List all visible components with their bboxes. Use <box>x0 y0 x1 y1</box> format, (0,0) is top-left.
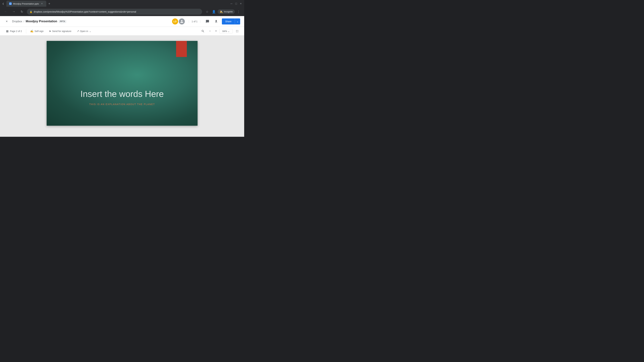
file-type-badge: PPTX <box>58 20 66 23</box>
slide-main-title: Insert the words Here <box>46 89 198 99</box>
slide-background <box>46 41 198 126</box>
tab-list: Moodjoy Presentation.pptx × + <box>6 1 228 7</box>
main-content: Insert the words Here THIS IS AN EXPLANA… <box>0 35 244 137</box>
new-tab-button[interactable]: + <box>47 1 52 6</box>
zoom-display[interactable]: 84% ⌄ <box>219 29 233 33</box>
zoom-in-button[interactable]: + <box>213 28 219 34</box>
breadcrumb-home[interactable]: Dropbox <box>12 20 22 23</box>
user-avatars: LD <box>172 18 185 24</box>
tab-close-button[interactable]: × <box>40 2 44 5</box>
avatar-ld[interactable]: LD <box>172 18 178 24</box>
share-button-group: Share ⌄ <box>222 18 240 24</box>
incognito-badge[interactable]: 🕵 Incognito <box>218 9 235 14</box>
open-in-label: Open in <box>80 30 88 32</box>
open-in-chevron-icon: ⌄ <box>89 30 91 32</box>
tab-group-arrow[interactable]: ❮ <box>1 2 5 5</box>
file-title: Moodjoy Presentation <box>26 19 57 23</box>
forward-button[interactable]: → <box>11 9 17 15</box>
incognito-label: Incognito <box>224 10 233 13</box>
send-signature-label: Send for signature <box>52 30 71 32</box>
back-button[interactable]: ← <box>3 9 9 15</box>
slide-subtitle: THIS IS AN EXPLANATION ABOUT THE PLANET <box>46 103 198 106</box>
self-sign-label: Self-sign <box>34 30 44 32</box>
zoom-out-button[interactable]: − <box>207 28 213 34</box>
active-tab[interactable]: Moodjoy Presentation.pptx × <box>6 1 46 7</box>
maximize-button[interactable]: □ <box>234 2 238 6</box>
page-panel-icon: ▩ <box>6 29 8 33</box>
breadcrumb: Dropbox / Moodjoy Presentation PPTX <box>12 19 66 23</box>
download-button[interactable] <box>213 18 219 24</box>
zoom-control: − + 84% ⌄ <box>207 28 233 34</box>
reload-button[interactable]: ↻ <box>19 9 25 15</box>
toolbar: ▩ Page 2 of 2 ✍ Self-sign ➤ Send for sig… <box>0 27 244 35</box>
toolbar-separator-1 <box>26 29 26 33</box>
lock-icon: 🔒 <box>30 10 32 13</box>
url-bar[interactable]: 🔒 dropbox.com/preview/Moodjoy%20Presenta… <box>27 9 202 15</box>
zoom-chevron-icon: ⌄ <box>228 30 230 32</box>
incognito-icon: 🕵 <box>220 10 223 13</box>
page-nav[interactable]: ▩ Page 2 of 2 <box>4 28 24 34</box>
self-sign-button[interactable]: ✍ Self-sign <box>28 28 46 34</box>
avatar-2[interactable] <box>179 18 185 24</box>
fullscreen-button[interactable] <box>234 28 240 34</box>
comment-button[interactable] <box>204 18 210 24</box>
minimize-button[interactable]: ─ <box>230 2 234 6</box>
window-controls: ─ □ × <box>230 2 243 6</box>
page-indicator: 1 of 1 <box>189 20 200 23</box>
share-button[interactable]: Share <box>222 18 235 24</box>
open-in-icon: ↗ <box>77 29 79 33</box>
bookmark-button[interactable]: ☆ <box>204 9 210 15</box>
profile-button[interactable]: 👤 <box>211 9 217 15</box>
search-button[interactable] <box>200 28 206 34</box>
self-sign-icon: ✍ <box>30 29 34 33</box>
address-bar: ← → ↻ 🔒 dropbox.com/preview/Moodjoy%20Pr… <box>0 7 244 16</box>
share-chevron-button[interactable]: ⌄ <box>235 18 240 24</box>
send-signature-icon: ➤ <box>49 29 51 33</box>
close-window-button[interactable]: × <box>239 2 243 6</box>
tab-title: Moodjoy Presentation.pptx <box>13 2 39 5</box>
app-close-button[interactable]: × <box>4 19 10 24</box>
slide-red-rectangle <box>176 41 187 57</box>
breadcrumb-separator: / <box>24 20 24 23</box>
app-header: × Dropbox / Moodjoy Presentation PPTX LD… <box>0 16 244 27</box>
zoom-level-text: 84% <box>222 30 227 32</box>
slide-container: Insert the words Here THIS IS AN EXPLANA… <box>46 41 198 126</box>
send-signature-button[interactable]: ➤ Send for signature <box>47 28 73 34</box>
url-text: dropbox.com/preview/Moodjoy%20Presentati… <box>34 10 200 13</box>
browser-tab-bar: ❮ Moodjoy Presentation.pptx × + ─ □ × <box>0 0 244 7</box>
page-nav-label: Page 2 of 2 <box>10 30 22 32</box>
address-actions: ☆ 👤 🕵 Incognito ⋮ <box>204 9 242 15</box>
tab-favicon <box>9 2 12 5</box>
open-in-button[interactable]: ↗ Open in ⌄ <box>75 28 93 34</box>
menu-button[interactable]: ⋮ <box>236 9 242 15</box>
